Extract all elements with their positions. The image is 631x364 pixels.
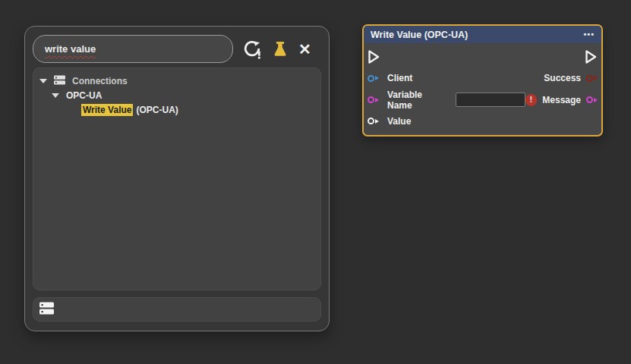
caret-down-icon[interactable] <box>39 79 47 83</box>
success-output-port-icon[interactable] <box>586 75 598 82</box>
node-header[interactable]: Write Value (OPC-UA) ••• <box>364 26 601 43</box>
node-menu-ellipsis-icon[interactable]: ••• <box>583 30 595 39</box>
caret-down-icon[interactable] <box>52 93 59 98</box>
connections-footer-bar[interactable] <box>33 297 321 322</box>
value-input-port-icon[interactable] <box>368 118 379 124</box>
flow-output-port-icon[interactable] <box>585 49 598 64</box>
search-input-value: write value <box>45 43 96 55</box>
client-input-port-icon[interactable] <box>368 75 379 82</box>
client-port-label: Client <box>387 73 412 83</box>
message-port-label: Message <box>542 95 581 105</box>
node-write-value-opcua[interactable]: Write Value (OPC-UA) ••• Client <box>362 24 603 136</box>
server-stack-icon <box>39 302 54 318</box>
value-port-label: Value <box>387 116 411 127</box>
port-row-value: Value <box>364 111 601 132</box>
success-port-label: Success <box>544 73 581 83</box>
search-row: write value ✕ <box>33 35 321 63</box>
variable-name-input-port-icon[interactable] <box>368 96 379 103</box>
node-title: Write Value (OPC-UA) <box>371 30 583 40</box>
port-row-variable-message: Variable Name ! Message <box>364 89 601 111</box>
variable-name-port-label: Variable Name <box>387 89 449 111</box>
flask-filter-icon[interactable] <box>272 40 289 58</box>
server-stack-icon <box>54 74 65 88</box>
tree-item-write-value[interactable]: Write Value (OPC-UA) <box>39 102 314 117</box>
message-output-port-icon[interactable] <box>586 96 598 103</box>
close-icon[interactable]: ✕ <box>298 42 311 57</box>
tree-item-opcua[interactable]: OPC-UA <box>39 88 314 102</box>
search-input[interactable]: write value <box>33 35 233 63</box>
variable-name-input[interactable] <box>456 93 525 107</box>
search-match-highlight: Write Value <box>81 104 133 116</box>
node-search-panel: write value ✕ <box>24 26 330 331</box>
flow-input-port-icon[interactable] <box>368 49 380 64</box>
node-body: Client Success Variable Name ! Message <box>364 43 601 135</box>
tree-item-label: Connections <box>72 76 128 86</box>
tree-item-suffix: (OPC-UA) <box>136 105 178 115</box>
error-exclamation-icon: ! <box>525 94 538 106</box>
search-results-tree: Connections OPC-UA Write Value (OPC-UA) <box>33 67 321 290</box>
port-row-client-success: Client Success <box>364 67 601 89</box>
flow-port-row <box>364 46 601 67</box>
search-toolbar: ✕ <box>233 39 321 59</box>
tree-item-label: OPC-UA <box>66 90 102 101</box>
tree-item-connections[interactable]: Connections <box>39 74 314 88</box>
recent-history-alert-icon[interactable] <box>243 39 261 59</box>
